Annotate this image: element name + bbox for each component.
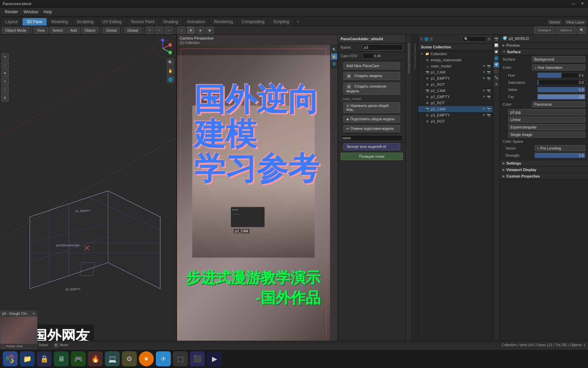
zoom-icon[interactable]: 🔍 — [167, 59, 174, 66]
overlay-dropdown[interactable]: Overlay ▾ — [534, 27, 555, 34]
browser-popup-close[interactable]: ✕ — [32, 312, 35, 316]
tab-scripting[interactable]: Scripting — [269, 18, 293, 26]
snap-toggle[interactable]: ⌖ — [146, 27, 154, 34]
prop-view-layer-icon[interactable]: 🔲 — [494, 49, 499, 55]
camera-restrict-icon[interactable]: 📷 — [487, 64, 491, 68]
eye-icon-p1[interactable]: 👁 — [482, 71, 486, 74]
orientation-dropdown[interactable]: Global — [124, 27, 141, 33]
vector-dropdown[interactable]: ● Pre Leveling — [535, 145, 585, 151]
tree-item-empty-mainmodel[interactable]: ⊕ empty_mainmodel — [418, 57, 493, 63]
tree-item-p3-cam[interactable]: 📷 p3_CAM 👁 📷 — [418, 106, 493, 112]
minimize-btn[interactable]: — — [570, 1, 577, 6]
taskbar-app7[interactable]: ⚙ — [122, 351, 137, 366]
axis-gizmo[interactable]: X Y Z — [152, 38, 173, 59]
menu-help[interactable]: Help — [41, 9, 55, 15]
viewport-shading-render[interactable]: ◉ — [206, 27, 214, 34]
taskbar-app11[interactable]: ▶ — [207, 351, 222, 366]
orbit-icon[interactable]: 🌐 — [167, 76, 174, 83]
tab-shading[interactable]: Shading — [159, 18, 182, 26]
outliner-search[interactable] — [462, 36, 486, 42]
select-menu[interactable]: Select — [49, 27, 66, 33]
tree-item-p1-empty[interactable]: ⊕ p1_EMPTY 👁 📷 — [418, 75, 493, 81]
pano-name-input[interactable] — [362, 44, 403, 50]
prepare-model-btn[interactable]: ◈Подготовить общую модель — [343, 116, 400, 123]
equirec-dropdown[interactable]: Equirectangular — [508, 124, 585, 130]
tree-item-collection[interactable]: ▼ 📁 Collection — [418, 51, 493, 57]
position-btn[interactable]: Позиция точек — [341, 153, 403, 160]
scale-tool[interactable]: ⤡ — [1, 86, 9, 93]
scene-selector[interactable]: Scene — [548, 19, 562, 25]
tree-item-p3-rot[interactable]: ⊕ p3_ROT — [418, 118, 493, 124]
tree-item-p1-cam[interactable]: 📷 p1_CAM 👁 📷 — [418, 69, 493, 75]
tree-item-p1-rot[interactable]: ⊕ p1_ROT — [418, 81, 493, 88]
tree-item-p2-rot[interactable]: ⊕ p2_ROT — [418, 100, 493, 106]
close-btn[interactable]: ✕ — [579, 1, 585, 6]
viewport-shading-material[interactable]: ◈ — [196, 27, 205, 34]
gizmo-toggle[interactable]: Gizmo ▾ — [556, 27, 576, 34]
transform-tool[interactable]: ⊞ — [1, 94, 9, 102]
create-main-model-btn[interactable]: ◈ Создать основную модель — [343, 82, 400, 95]
outliner-filter-icon[interactable]: ⚙ — [488, 37, 491, 41]
image-selector[interactable]: p3.jpg — [508, 109, 585, 115]
taskbar-app5[interactable]: 🔥 — [88, 351, 103, 366]
view-menu[interactable]: View — [34, 27, 48, 33]
proportional-edit[interactable]: ○ — [155, 27, 163, 34]
select-box-tool[interactable]: ⬚ — [1, 61, 9, 69]
search-btn[interactable]: 🔍 — [578, 27, 586, 34]
move-tool[interactable]: ✥ — [1, 70, 9, 77]
prop-object-icon[interactable]: ⬚ — [494, 68, 499, 74]
object-mode-dropdown[interactable]: Object Mode — [2, 27, 29, 33]
prop-output-icon[interactable]: 📊 — [494, 43, 499, 48]
create-model-btn[interactable]: ◈ Создать модель — [343, 72, 400, 80]
taskbar-chrome[interactable] — [3, 351, 18, 366]
tab-modeling[interactable]: Modeling — [47, 18, 72, 26]
render-icon-p1[interactable]: 📷 — [487, 71, 491, 74]
add-pano-cam-btn[interactable]: Add New PanoCam — [343, 62, 400, 70]
menu-window[interactable]: Window — [21, 9, 41, 15]
transform-gizmo[interactable]: ↔ — [165, 27, 173, 34]
color2-type[interactable]: Panorama — [532, 101, 585, 107]
taskbar-app9[interactable]: ⬚ — [173, 351, 188, 366]
center-model-btn[interactable]: ⊙Назначить центр общей мод... — [343, 102, 400, 113]
tab-sculpting[interactable]: Sculpting — [72, 18, 97, 26]
n-icon-orbit[interactable]: 🌐 — [331, 61, 337, 67]
room-input[interactable] — [341, 135, 403, 141]
cursor-tool[interactable]: ✛ — [1, 53, 9, 61]
custom-props-section[interactable]: ▶ Custom Properties — [500, 173, 588, 180]
tree-arrow[interactable]: ▼ — [420, 52, 424, 56]
tree-item-main-model[interactable]: △ main_model 👁 📷 — [418, 63, 493, 69]
tab-3dpano[interactable]: 3D Pano — [22, 18, 47, 26]
surface-section-header[interactable]: ▼ Surface — [500, 49, 588, 55]
tab-uv-editing[interactable]: UV Editing — [98, 18, 126, 26]
taskbar-app3[interactable]: 🖥 — [54, 351, 69, 366]
pano-fov-input[interactable] — [362, 53, 383, 59]
prop-world-icon[interactable]: 🌍 — [494, 62, 499, 67]
preview-section[interactable]: ▶ Preview — [500, 42, 588, 49]
color-type[interactable]: ● Hue Saturation — [532, 64, 585, 71]
object-menu[interactable]: Object — [81, 27, 98, 33]
menu-render[interactable]: Render — [2, 9, 21, 15]
prop-render-icon[interactable]: 📷 — [494, 36, 499, 42]
tree-item-p2-empty[interactable]: ⊕ p2_EMPTY 👁 📷 — [418, 94, 493, 100]
taskbar-telegram[interactable]: ✈ — [156, 351, 171, 366]
transform-dropdown[interactable]: Global — [103, 27, 120, 33]
fac-slider[interactable]: 1.0 — [537, 94, 585, 99]
settings-section-header[interactable]: ▶ Settings — [500, 160, 588, 167]
prop-scene-icon[interactable]: 🌐 — [494, 56, 499, 61]
linear-dropdown[interactable]: Linear — [508, 117, 585, 123]
tab-rendering[interactable]: Rendering — [210, 18, 237, 26]
viewport-display-section[interactable]: ▶ Viewport Display — [500, 167, 588, 173]
surface-type[interactable]: Background — [532, 56, 585, 62]
n-icon-zoom[interactable]: 🔍 — [331, 46, 337, 52]
hue-slider[interactable]: 0.5 — [537, 73, 585, 78]
tab-plus[interactable]: + — [294, 18, 302, 26]
move-btn-bottom[interactable]: ✥ Move — [54, 343, 68, 348]
taskbar-security[interactable]: 🔒 — [37, 351, 52, 366]
view-layer-selector[interactable]: View Layer — [564, 19, 587, 25]
tab-layout[interactable]: Layout — [1, 18, 22, 26]
cancel-prepare-btn[interactable]: ↩Отмена подготовки модели — [343, 125, 400, 132]
viewport-shading-solid[interactable]: ■ — [187, 27, 195, 34]
taskbar-xbox[interactable]: 🎮 — [71, 351, 86, 366]
taskbar-explorer[interactable]: 📁 — [20, 351, 35, 366]
tab-animation[interactable]: Animation — [183, 18, 209, 26]
